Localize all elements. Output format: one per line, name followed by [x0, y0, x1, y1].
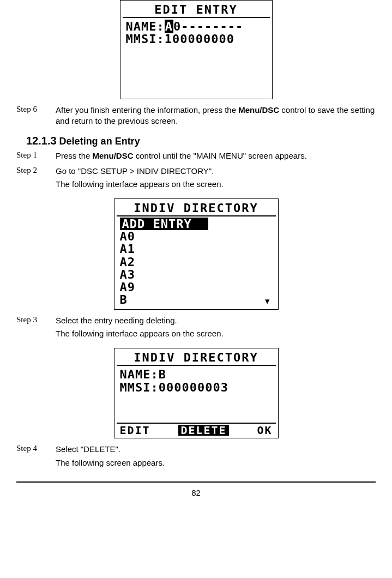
step2-row: Step 2 Go to "DSC SETUP > INDIV DIRECTOR…	[16, 166, 376, 192]
softkey-ok: OK	[257, 425, 272, 436]
lcd1-name-cursor: A	[165, 20, 173, 33]
step6-row: Step 6 After you finish entering the inf…	[16, 105, 376, 129]
lcd2-item: A9	[120, 281, 273, 293]
lcd-indiv-detail: INDIV DIRECTORY NAME:B MMSI:000000003 ED…	[114, 348, 279, 438]
step1-bold: Menu/DSC	[93, 151, 134, 160]
section-heading: 12.1.3 Deleting an Entry	[26, 135, 376, 147]
lcd-indiv-list: INDIV DIRECTORY ADD ENTRY A0 A1 A2 A3 A9…	[114, 198, 279, 310]
lcd1-mmsi-row: MMSI:100000000	[126, 33, 267, 45]
step4-line2: The following screen appears.	[56, 457, 376, 468]
step6-pre: After you finish entering the informatio…	[56, 105, 238, 115]
step6-bold: Menu/DSC	[238, 105, 279, 115]
lcd3-mmsi: MMSI:000000003	[120, 381, 273, 394]
softkey-delete: DELETE	[178, 425, 228, 436]
lcd2-title: INDIV DIRECTORY	[117, 201, 276, 215]
step3-line1: Select the entry needing deleting.	[56, 315, 376, 326]
step3-label: Step 3	[16, 315, 56, 342]
step2-body: Go to "DSC SETUP > INDIV DIRECTORY". The…	[56, 166, 376, 192]
step6-label: Step 6	[16, 105, 56, 129]
manual-page: EDIT ENTRY NAME:A0-------- MMSI:10000000…	[0, 0, 392, 551]
step6-body: After you finish entering the informatio…	[56, 105, 376, 129]
lcd1-mmsi-label: MMSI:	[126, 32, 165, 46]
step3-line2: The following interface appears on the s…	[56, 328, 376, 339]
lcd3-name: NAME:B	[120, 368, 273, 381]
lcd2-item: A2	[120, 256, 273, 268]
lcd2-item: A3	[120, 268, 273, 281]
step2-line1: Go to "DSC SETUP > INDIV DIRECTORY".	[56, 166, 376, 177]
step1-body: Press the Menu/DSC control until the "MA…	[56, 150, 376, 164]
scroll-down-icon: ▼	[265, 297, 270, 305]
lcd3-softkeys: EDIT DELETE OK	[117, 423, 276, 436]
step4-row: Step 4 Select "DELETE". The following sc…	[16, 444, 376, 471]
step4-body: Select "DELETE". The following screen ap…	[56, 444, 376, 471]
step1-row: Step 1 Press the Menu/DSC control until …	[16, 150, 376, 164]
lcd1-name-label: NAME:	[126, 20, 165, 33]
lcd-edit-entry: EDIT ENTRY NAME:A0-------- MMSI:10000000…	[120, 0, 273, 99]
lcd3-title: INDIV DIRECTORY	[117, 351, 276, 365]
heading-num: 12.1.3	[26, 135, 57, 147]
page-number: 82	[16, 483, 376, 503]
step1-post: control until the "MAIN MENU" screen app…	[134, 151, 307, 160]
step4-label: Step 4	[16, 444, 56, 471]
lcd1-name-row: NAME:A0--------	[126, 20, 267, 33]
step3-row: Step 3 Select the entry needing deleting…	[16, 315, 376, 342]
lcd1-name-rest: 0--------	[173, 20, 243, 33]
step2-label: Step 2	[16, 166, 56, 192]
lcd2-item: B	[120, 293, 273, 306]
softkey-edit: EDIT	[120, 425, 150, 436]
step2-line2: The following interface appears on the s…	[56, 179, 376, 190]
lcd2-item: A1	[120, 243, 273, 255]
step1-pre: Press the	[56, 151, 93, 160]
lcd1-mmsi-value: 100000000	[165, 32, 234, 46]
lcd1-title: EDIT ENTRY	[123, 3, 270, 17]
heading-title: Deleting an Entry	[57, 136, 140, 147]
step1-label: Step 1	[16, 150, 56, 164]
step4-line1: Select "DELETE".	[56, 444, 376, 455]
lcd2-item: A0	[120, 230, 273, 243]
lcd2-selected: ADD ENTRY	[120, 218, 208, 230]
step3-body: Select the entry needing deleting. The f…	[56, 315, 376, 342]
